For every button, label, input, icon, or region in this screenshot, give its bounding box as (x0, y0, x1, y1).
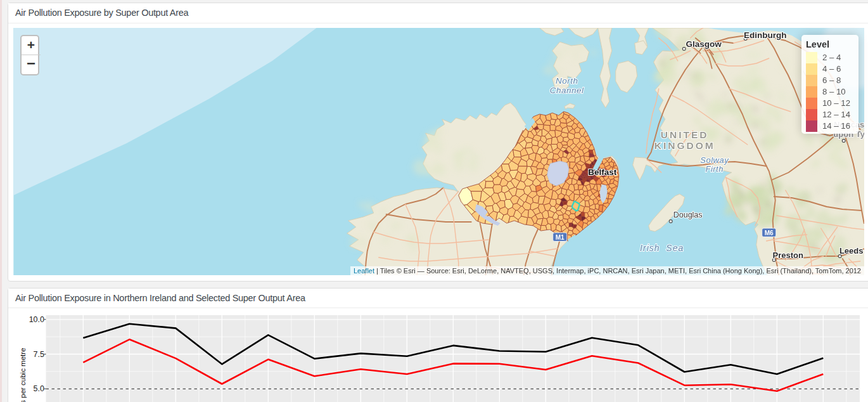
svg-text:Irish Sea: Irish Sea (640, 243, 684, 253)
svg-text:7.5: 7.5 (34, 350, 44, 359)
svg-text:10.0: 10.0 (29, 315, 44, 324)
svg-text:Douglas: Douglas (673, 211, 703, 219)
svg-text:KINGDOM: KINGDOM (654, 140, 715, 151)
svg-text:micrograms per cubic metre: micrograms per cubic metre (19, 347, 27, 402)
svg-text:Firth: Firth (705, 164, 724, 174)
svg-text:Channel: Channel (550, 86, 584, 95)
svg-text:North: North (556, 76, 578, 86)
svg-text:Belfast: Belfast (588, 167, 617, 177)
svg-text:Glasgow: Glasgow (686, 39, 722, 49)
svg-text:UNITED: UNITED (661, 129, 709, 140)
svg-text:M6: M6 (765, 230, 774, 237)
svg-text:Leeds: Leeds (839, 246, 864, 256)
svg-text:Preston: Preston (772, 250, 803, 260)
svg-text:M1: M1 (556, 234, 565, 241)
svg-text:Edinburgh: Edinburgh (744, 30, 787, 40)
svg-text:Solway: Solway (700, 155, 729, 165)
svg-text:5.0: 5.0 (34, 384, 44, 393)
